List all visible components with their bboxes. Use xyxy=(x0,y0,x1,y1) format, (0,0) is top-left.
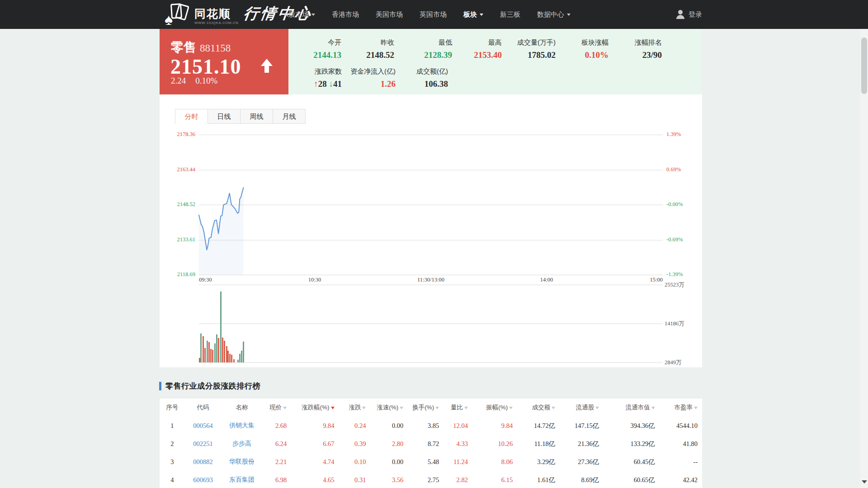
volume-bar xyxy=(203,336,204,362)
x-axis-time-label: 11:30/13:00 xyxy=(408,277,453,283)
nav-item-数据中心[interactable]: 数据中心 xyxy=(537,10,571,19)
down-arrow-icon: ↓ xyxy=(329,79,334,89)
advancers-count: 28 xyxy=(318,79,329,89)
nav-item-A股市场[interactable]: A股市场 xyxy=(284,10,315,19)
ranking-table: 序号代码名称现价涨跌幅(%)涨跌涨速(%)换手(%)量比振幅(%)成交额流通股流… xyxy=(160,399,702,488)
column-header-涨跌幅(%)[interactable]: 涨跌幅(%) xyxy=(291,399,339,417)
stock-link[interactable]: 002251 xyxy=(185,435,222,453)
sector-change: 2.24 0.10% xyxy=(171,76,217,86)
volume-bar xyxy=(204,348,206,362)
title-accent-bar xyxy=(159,382,161,390)
sector-name: 零售 xyxy=(171,39,196,56)
table-cell: 27.36亿 xyxy=(560,453,604,471)
stat-最高: 最高2153.40 xyxy=(457,38,502,60)
stat-value: 23/90 xyxy=(613,50,662,60)
volume-bar xyxy=(218,338,219,362)
table-cell: 4544.10 xyxy=(660,417,702,435)
column-header-换手(%)[interactable]: 换手(%) xyxy=(408,399,443,417)
y-axis-percent-label: -0.00% xyxy=(666,201,683,208)
table-cell: 8.06 xyxy=(472,453,517,471)
nav-item-label: 香港市场 xyxy=(332,10,359,19)
volume-bar-chart xyxy=(199,285,663,362)
stat-最低: 最低2128.39 xyxy=(399,38,452,60)
stock-link[interactable]: 000564 xyxy=(185,417,222,435)
table-cell: 60.65亿 xyxy=(604,471,659,488)
nav-item-英国市场[interactable]: 英国市场 xyxy=(420,10,447,19)
column-header-量比[interactable]: 量比 xyxy=(443,399,472,417)
stock-link[interactable]: 600693 xyxy=(185,471,222,488)
nav-item-label: 新三板 xyxy=(500,10,520,19)
volume-bar xyxy=(208,342,210,362)
user-icon xyxy=(676,10,685,19)
column-header-inner: 市盈率 xyxy=(675,404,698,412)
stock-link[interactable]: 供销大集 xyxy=(222,417,263,435)
tab-周线[interactable]: 周线 xyxy=(240,109,273,124)
nav-item-美国市场[interactable]: 美国市场 xyxy=(376,10,403,19)
vertical-scrollbar[interactable] xyxy=(860,29,868,488)
column-label: 涨速(%) xyxy=(377,404,398,412)
stock-link[interactable]: 东百集团 xyxy=(222,471,263,488)
scrollbar-down-arrow-icon[interactable] xyxy=(862,480,867,486)
ranking-title: 零售行业成分股涨跌排行榜 xyxy=(165,381,260,391)
login-button[interactable]: 登录 xyxy=(676,0,702,29)
stat-label: 最低 xyxy=(399,38,452,47)
stat-资金净流入(亿): 资金净流入(亿)1.26 xyxy=(346,67,396,89)
x-axis-time-label: 15:00 xyxy=(627,277,663,283)
nav-item-香港市场[interactable]: 香港市场 xyxy=(332,10,359,19)
column-header-流通股[interactable]: 流通股 xyxy=(560,399,604,417)
column-label: 现价 xyxy=(269,404,282,412)
stock-link[interactable]: 步步高 xyxy=(222,435,263,453)
y-axis-price-label: 2148.52 xyxy=(157,201,195,208)
tab-月线[interactable]: 月线 xyxy=(273,109,306,124)
nav-item-新三板[interactable]: 新三板 xyxy=(500,10,520,19)
column-header-inner: 现价 xyxy=(269,404,287,412)
column-header-市盈率[interactable]: 市盈率 xyxy=(660,399,702,417)
column-header-现价[interactable]: 现价 xyxy=(263,399,292,417)
sort-triangle-icon xyxy=(362,407,366,411)
stat-value: 106.38 xyxy=(399,79,448,89)
brand-url: WWW.10JQKA.COM.CN xyxy=(194,21,238,25)
volume-bar xyxy=(227,351,229,362)
column-header-涨跌[interactable]: 涨跌 xyxy=(339,399,371,417)
stock-link[interactable]: 华联股份 xyxy=(222,453,263,471)
nav-item-板块[interactable]: 板块 xyxy=(463,10,483,19)
volume-bar xyxy=(210,349,212,362)
table-cell: 6.15 xyxy=(472,471,517,488)
column-header-成交额[interactable]: 成交额 xyxy=(517,399,560,417)
volume-axis-label: 25523万 xyxy=(665,281,684,289)
nav-item-label: 板块 xyxy=(463,10,477,19)
y-axis-percent-label: -1.39% xyxy=(666,271,683,278)
y-axis-price-label: 2178.36 xyxy=(157,131,195,138)
stat-label: 昨收 xyxy=(346,38,394,47)
stat-今开: 今开2144.13 xyxy=(293,38,341,60)
chart-tabs: 分时日线周线月线 xyxy=(175,109,306,124)
volume-bar xyxy=(243,342,244,362)
table-cell: 8.69亿 xyxy=(560,471,604,488)
stat-label: 涨幅排名 xyxy=(613,38,662,47)
table-cell: 6.67 xyxy=(291,435,339,453)
nav-item-label: 美国市场 xyxy=(376,10,403,19)
y-axis-price-label: 2133.61 xyxy=(157,236,195,243)
tab-分时[interactable]: 分时 xyxy=(175,109,208,124)
chevron-down-icon xyxy=(480,14,483,18)
stock-link[interactable]: 000882 xyxy=(185,453,222,471)
scrollbar-thumb[interactable] xyxy=(861,38,867,94)
brand-text: 同花顺 WWW.10JQKA.COM.CN xyxy=(194,8,238,25)
column-label: 涨跌幅(%) xyxy=(302,404,330,412)
column-header-inner: 涨跌 xyxy=(349,404,366,412)
tab-日线[interactable]: 日线 xyxy=(208,109,241,124)
table-cell: 2.82 xyxy=(443,471,472,488)
table-row: 2002251步步高6.246.670.392.808.724.3310.261… xyxy=(160,435,702,453)
column-header-流通市值[interactable]: 流通市值 xyxy=(604,399,659,417)
table-cell: 5.48 xyxy=(408,453,443,471)
column-header-涨速(%)[interactable]: 涨速(%) xyxy=(370,399,408,417)
column-header-inner: 流通市值 xyxy=(626,404,655,412)
sort-triangle-icon xyxy=(400,407,403,411)
decliners-count: 41 xyxy=(333,79,342,89)
volume-axis-label: 14186万 xyxy=(665,320,684,328)
column-header-振幅(%)[interactable]: 振幅(%) xyxy=(472,399,517,417)
price-line-svg xyxy=(199,135,663,275)
volume-axis-label: 2849万 xyxy=(665,359,682,366)
table-body: 1000564供销大集2.689.840.240.003.8512.049.84… xyxy=(160,417,702,488)
column-label: 换手(%) xyxy=(412,404,434,412)
